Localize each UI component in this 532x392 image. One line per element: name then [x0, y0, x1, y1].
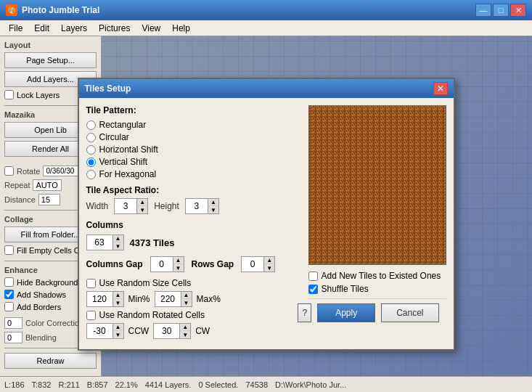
help-button[interactable]: ?: [298, 303, 311, 322]
aspect-ratio-label: Tile Aspect Ratio:: [86, 185, 301, 195]
columns-value[interactable]: [87, 237, 112, 248]
rot-min-down-button[interactable]: ▼: [113, 331, 123, 338]
radio-rectangular: Rectangular: [86, 120, 301, 130]
aspect-ratio-section: Tile Aspect Ratio: Width ▲ ▼ Height: [86, 185, 301, 214]
random-rotate-values-row: ▲ ▼ CCW ▲ ▼ CW: [86, 323, 301, 339]
height-label: Height: [154, 201, 179, 211]
rot-min-spin-buttons: ▲ ▼: [112, 324, 123, 338]
max-size-down-button[interactable]: ▼: [181, 299, 192, 306]
tiles-setup-dialog: Tiles Setup ✕ Tile Pattern: Rectangular …: [78, 78, 455, 351]
minimize-button[interactable]: —: [475, 4, 491, 17]
radio-hexagonal: For Hexagonal: [86, 169, 301, 179]
gaps-section: Columns Gap ▲ ▼ Rows Gap ▲: [86, 256, 301, 272]
footer-checkboxes: Add New Tiles to Existed Ones Shuffle Ti…: [308, 271, 446, 294]
add-new-tiles-checkbox[interactable]: [308, 271, 318, 281]
col-gap-spin-buttons: ▲ ▼: [173, 257, 184, 271]
title-bar: 🎨 Photo Jumble Trial — □ ✕: [0, 0, 532, 20]
menu-bar: File Edit Layers Pictures View Help: [0, 20, 532, 36]
radio-rectangular-input[interactable]: [86, 121, 96, 130]
min-size-down-button[interactable]: ▼: [113, 299, 123, 306]
dialog-close-button[interactable]: ✕: [433, 82, 448, 95]
radio-horizontal-label: Horizontal Shift: [99, 144, 158, 155]
columns-spin-buttons: ▲ ▼: [112, 235, 123, 250]
random-size-values-row: ▲ ▼ Min% ▲ ▼ Max%: [86, 291, 301, 307]
max-size-spinner: ▲ ▼: [155, 291, 192, 307]
apply-button[interactable]: Apply: [317, 303, 375, 322]
ccw-label: CCW: [128, 326, 150, 336]
row-gap-spinner: ▲ ▼: [241, 256, 275, 272]
col-gap-label: Columns Gap: [86, 259, 143, 269]
tile-pattern-label: Tile Pattern:: [86, 105, 301, 115]
menu-file[interactable]: File: [3, 22, 28, 35]
radio-circular-label: Circular: [99, 132, 129, 142]
col-gap-value[interactable]: [151, 258, 173, 270]
cancel-button[interactable]: Cancel: [381, 303, 438, 322]
col-gap-up-button[interactable]: ▲: [173, 257, 184, 264]
rot-max-up-button[interactable]: ▲: [180, 324, 190, 331]
random-size-checkbox[interactable]: [86, 279, 96, 288]
aspect-ratio-row: Width ▲ ▼ Height ▲: [86, 198, 301, 214]
rot-max-spin-buttons: ▲ ▼: [179, 324, 190, 338]
radio-vertical-label: Vertical Shift: [99, 157, 148, 167]
dialog-body: Tile Pattern: Rectangular Circular Horiz…: [79, 98, 454, 349]
columns-up-button[interactable]: ▲: [113, 235, 123, 242]
menu-pictures[interactable]: Pictures: [93, 22, 136, 35]
columns-label: Columns: [86, 220, 301, 230]
width-down-button[interactable]: ▼: [137, 206, 147, 213]
radio-circular-input[interactable]: [86, 133, 96, 142]
max-size-value[interactable]: [155, 293, 181, 305]
width-value[interactable]: [115, 200, 136, 212]
height-value[interactable]: [186, 200, 208, 212]
radio-vertical-input[interactable]: [86, 158, 96, 167]
columns-down-button[interactable]: ▼: [113, 242, 123, 250]
rot-max-down-button[interactable]: ▼: [180, 331, 190, 338]
col-gap-spinner: ▲ ▼: [150, 256, 184, 272]
row-gap-down-button[interactable]: ▼: [264, 264, 274, 271]
row-gap-up-button[interactable]: ▲: [264, 257, 274, 264]
radio-hexagonal-label: For Hexagonal: [99, 169, 157, 179]
random-rotate-checkbox[interactable]: [86, 311, 96, 320]
dialog-overlay: Tiles Setup ✕ Tile Pattern: Rectangular …: [0, 36, 532, 392]
height-down-button[interactable]: ▼: [208, 206, 218, 213]
row-gap-label: Rows Gap: [192, 259, 234, 269]
shuffle-tiles-row: Shuffle Tiles: [308, 284, 446, 294]
height-spin-buttons: ▲ ▼: [208, 199, 218, 213]
rot-min-value[interactable]: [87, 325, 112, 337]
app-icon: 🎨: [6, 4, 17, 16]
height-up-button[interactable]: ▲: [208, 199, 218, 206]
preview-area: [308, 105, 446, 265]
rot-max-value[interactable]: [154, 325, 179, 337]
max-size-up-button[interactable]: ▲: [181, 292, 192, 299]
app-title: Photo Jumble Trial: [22, 5, 475, 15]
radio-hexagonal-input[interactable]: [86, 170, 96, 179]
close-button[interactable]: ✕: [510, 4, 526, 17]
maximize-button[interactable]: □: [493, 4, 509, 17]
dialog-left-panel: Tile Pattern: Rectangular Circular Horiz…: [86, 105, 301, 342]
row-gap-spin-buttons: ▲ ▼: [263, 257, 274, 271]
dialog-title: Tiles Setup: [85, 83, 131, 94]
cw-label: CW: [195, 326, 210, 336]
tile-pattern-group: Tile Pattern: Rectangular Circular Horiz…: [86, 105, 301, 179]
min-size-spinner: ▲ ▼: [86, 291, 124, 307]
row-gap-value[interactable]: [242, 258, 263, 270]
radio-circular: Circular: [86, 132, 301, 142]
max-percent-label: Max%: [197, 294, 221, 304]
width-spin-buttons: ▲ ▼: [136, 199, 147, 213]
radio-horizontal-input[interactable]: [86, 145, 96, 155]
min-size-up-button[interactable]: ▲: [113, 292, 123, 299]
gaps-row: Columns Gap ▲ ▼ Rows Gap ▲: [86, 256, 301, 272]
menu-layers[interactable]: Layers: [55, 22, 93, 35]
columns-section: Columns ▲ ▼ 4373 Tiles: [86, 220, 301, 250]
radio-horizontal-shift: Horizontal Shift: [86, 144, 301, 155]
rot-min-up-button[interactable]: ▲: [113, 324, 123, 331]
min-size-value[interactable]: [87, 293, 112, 305]
height-spinner: ▲ ▼: [185, 198, 219, 214]
menu-edit[interactable]: Edit: [28, 22, 55, 35]
tiles-count: 4373 Tiles: [130, 237, 175, 248]
col-gap-down-button[interactable]: ▼: [173, 264, 184, 271]
columns-spinner: ▲ ▼: [86, 234, 124, 250]
menu-view[interactable]: View: [136, 22, 166, 35]
shuffle-tiles-checkbox[interactable]: [308, 285, 318, 294]
menu-help[interactable]: Help: [166, 22, 196, 35]
width-up-button[interactable]: ▲: [137, 199, 147, 206]
